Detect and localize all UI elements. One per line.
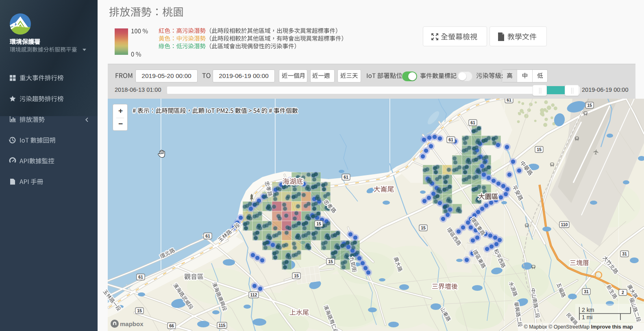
svg-text:61: 61 [448,137,453,142]
svg-text:110: 110 [561,222,568,227]
svg-text:31: 31 [622,251,627,256]
svg-text:15: 15 [137,308,142,313]
svg-text:31: 31 [584,289,589,294]
svg-text:15: 15 [316,221,321,226]
svg-text:15: 15 [587,103,592,108]
svg-text:115: 115 [219,323,226,328]
svg-text:66: 66 [169,323,174,328]
svg-text:© Mapbox © OpenStreetMap Impro: © Mapbox © OpenStreetMap Improve this ma… [524,324,633,330]
svg-text:15: 15 [294,273,299,278]
svg-text:2: 2 [622,290,624,295]
svg-text:mapbox: mapbox [120,320,144,327]
svg-text:61: 61 [507,99,511,102]
svg-text:15: 15 [421,225,426,230]
svg-text:61: 61 [205,234,210,238]
svg-text:61: 61 [138,275,143,279]
svg-text:61: 61 [470,120,475,125]
svg-text:112: 112 [250,292,257,297]
svg-text:1 mi: 1 mi [582,314,592,320]
svg-text:15: 15 [537,147,542,152]
svg-text:2 km: 2 km [582,307,594,313]
svg-text:61: 61 [344,175,348,180]
svg-text:15: 15 [328,259,333,264]
